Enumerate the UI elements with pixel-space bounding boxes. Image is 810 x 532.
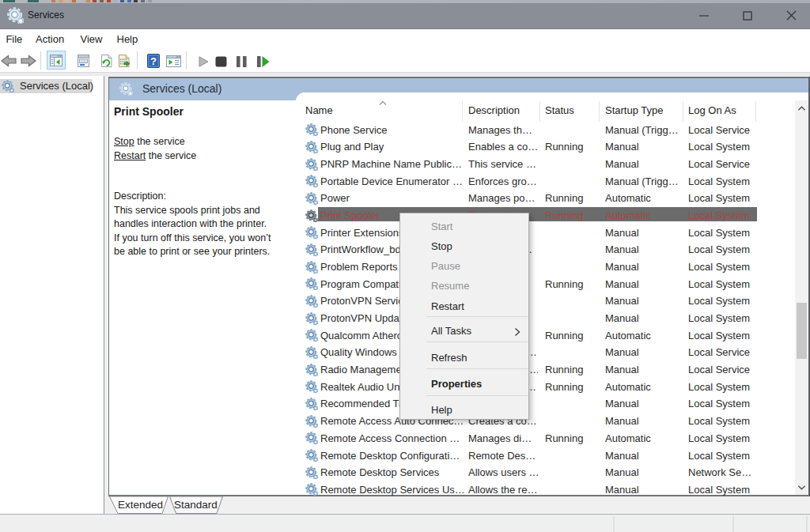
svg-text:?: ? (150, 55, 157, 67)
